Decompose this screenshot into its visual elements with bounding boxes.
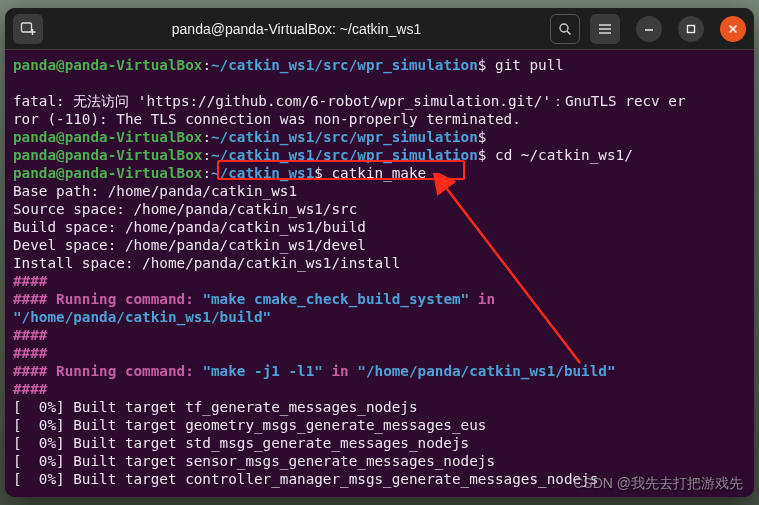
command-text: git pull: [495, 57, 564, 73]
build-target-line: [ 0%] Built target std_msgs_generate_mes…: [13, 435, 469, 451]
command-text: catkin_make: [332, 165, 427, 181]
terminal-plus-icon: [20, 21, 36, 37]
prompt-path: ~/catkin_ws1/src/wpr_simulation: [211, 129, 478, 145]
command-text: cd ~/catkin_ws1/: [495, 147, 633, 163]
titlebar: panda@panda-VirtualBox: ~/catkin_ws1: [5, 8, 754, 50]
prompt-user: panda@panda-VirtualBox: [13, 147, 202, 163]
hash-line: ####: [13, 327, 47, 343]
quoted-dir: "/home/panda/catkin_ws1/build": [13, 309, 271, 325]
hamburger-menu-button[interactable]: [590, 14, 620, 44]
svg-rect-9: [688, 25, 695, 32]
minimize-icon: [644, 24, 654, 34]
quoted-cmd: "make cmake_check_build_system": [202, 291, 469, 307]
running-label: #### Running command:: [13, 363, 202, 379]
search-icon: [558, 22, 572, 36]
build-target-line: [ 0%] Built target sensor_msgs_generate_…: [13, 453, 495, 469]
close-icon: [728, 24, 738, 34]
maximize-button[interactable]: [678, 16, 704, 42]
svg-line-4: [567, 31, 570, 34]
prompt-path: ~/catkin_ws1/src/wpr_simulation: [211, 147, 478, 163]
maximize-icon: [686, 24, 696, 34]
watermark: CSDN @我先去打把游戏先: [573, 475, 743, 493]
svg-rect-0: [22, 23, 32, 32]
minimize-button[interactable]: [636, 16, 662, 42]
output-line: Base path: /home/panda/catkin_ws1: [13, 183, 297, 199]
error-line: fatal: 无法访问 'https://github.com/6-robot/…: [13, 93, 686, 109]
build-target-line: [ 0%] Built target tf_generate_messages_…: [13, 399, 418, 415]
in-label: in: [323, 363, 357, 379]
prompt-user: panda@panda-VirtualBox: [13, 129, 202, 145]
in-label: in: [469, 291, 503, 307]
quoted-dir: "/home/panda/catkin_ws1/build": [357, 363, 615, 379]
error-line: ror (-110): The TLS connection was non-p…: [13, 111, 521, 127]
hamburger-icon: [598, 23, 612, 35]
close-button[interactable]: [720, 16, 746, 42]
prompt-user: panda@panda-VirtualBox: [13, 165, 202, 181]
build-target-line: [ 0%] Built target geometry_msgs_generat…: [13, 417, 486, 433]
quoted-cmd: "make -j1 -l1": [202, 363, 323, 379]
hash-line: ####: [13, 273, 47, 289]
build-target-line: [ 0%] Built target controller_manager_ms…: [13, 471, 598, 487]
prompt-path: ~/catkin_ws1: [211, 165, 314, 181]
window-title: panda@panda-VirtualBox: ~/catkin_ws1: [49, 21, 544, 37]
output-line: Source space: /home/panda/catkin_ws1/src: [13, 201, 357, 217]
search-button[interactable]: [550, 14, 580, 44]
hash-line: ####: [13, 345, 47, 361]
running-label: #### Running command:: [13, 291, 202, 307]
output-line: Devel space: /home/panda/catkin_ws1/deve…: [13, 237, 366, 253]
output-line: Build space: /home/panda/catkin_ws1/buil…: [13, 219, 366, 235]
output-line: Install space: /home/panda/catkin_ws1/in…: [13, 255, 400, 271]
prompt-path: ~/catkin_ws1/src/wpr_simulation: [211, 57, 478, 73]
prompt-user: panda@panda-VirtualBox: [13, 57, 202, 73]
hash-line: ####: [13, 381, 47, 397]
terminal-window: panda@panda-VirtualBox: ~/catkin_ws1: [5, 8, 754, 497]
new-tab-button[interactable]: [13, 14, 43, 44]
svg-point-3: [560, 24, 568, 32]
terminal-output[interactable]: panda@panda-VirtualBox:~/catkin_ws1/src/…: [5, 50, 754, 497]
